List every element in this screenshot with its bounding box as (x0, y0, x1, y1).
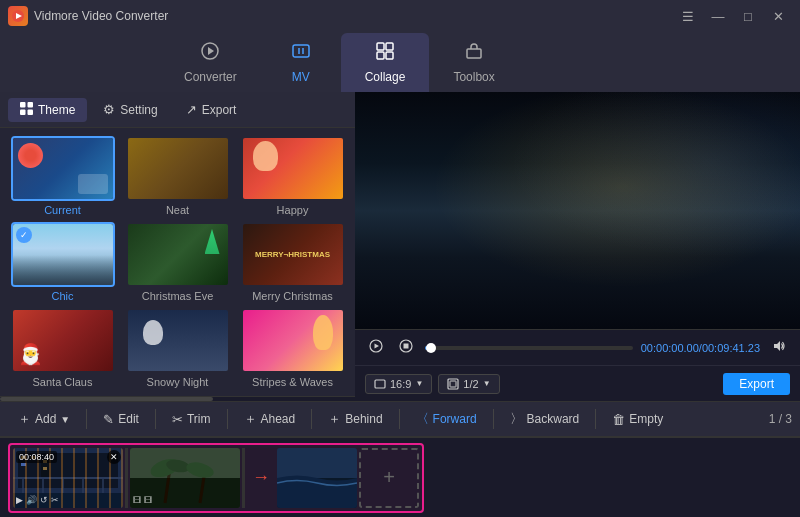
trim-button[interactable]: ✂ Trim (162, 408, 221, 431)
content-area: Theme ⚙ Setting ↗ Export Current (0, 92, 800, 401)
tab-collage-label: Collage (365, 70, 406, 84)
theme-item-merry-christmas[interactable]: Merry Christmas (238, 222, 347, 302)
scale-value: 1/2 (463, 378, 478, 390)
ahead-button[interactable]: ＋ Ahead (234, 406, 306, 432)
timeline: 00:08:40 ✕ ▶ 🔊 ↺ ✂ (0, 437, 800, 517)
svg-marker-79 (774, 341, 780, 351)
preview-bg (355, 92, 800, 329)
ahead-icon: ＋ (244, 410, 257, 428)
close-btn[interactable]: ✕ (764, 4, 792, 28)
titlebar-controls: ☰ — □ ✕ (674, 4, 792, 28)
sub-tab-setting[interactable]: ⚙ Setting (91, 98, 169, 121)
behind-button[interactable]: ＋ Behind (318, 406, 392, 432)
theme-label-current: Current (44, 204, 81, 216)
arrow-indicator: → (252, 467, 270, 488)
edit-icon: ✎ (103, 412, 114, 427)
left-panel: Theme ⚙ Setting ↗ Export Current (0, 92, 355, 401)
theme-item-snowy[interactable]: Snowy Night (123, 308, 232, 388)
svg-rect-13 (28, 102, 34, 108)
sub-tab-export-label: Export (202, 103, 237, 117)
sub-tab-export[interactable]: ↗ Export (174, 98, 249, 121)
theme-label-chic: Chic (51, 290, 73, 302)
collage-icon (375, 41, 395, 66)
clip-divider-1 (125, 448, 128, 508)
clip-item-2[interactable]: 🎞 🎞 (130, 448, 240, 508)
toolbar: ＋ Add ▼ ✎ Edit ✂ Trim ＋ Ahead ＋ Behind 〈… (0, 401, 800, 437)
theme-thumb-stripes (241, 308, 345, 373)
theme-item-neat[interactable]: Neat (123, 136, 232, 216)
tab-mv[interactable]: MV (261, 33, 341, 92)
separator-1 (86, 409, 87, 429)
theme-item-santa[interactable]: Santa Claus (8, 308, 117, 388)
stop-btn[interactable] (395, 337, 417, 358)
clip-item-3[interactable] (277, 448, 357, 508)
theme-label-merry-christmas: Merry Christmas (252, 290, 333, 302)
play-btn[interactable] (365, 337, 387, 358)
tab-mv-label: MV (292, 70, 310, 84)
clip-3-svg (277, 448, 357, 508)
theme-grid: Current Neat Happy (0, 128, 355, 396)
theme-thumb-current (11, 136, 115, 201)
theme-item-stripes[interactable]: Stripes & Waves (238, 308, 347, 388)
svg-rect-11 (467, 49, 481, 58)
add-button[interactable]: ＋ Add ▼ (8, 406, 80, 432)
separator-2 (155, 409, 156, 429)
forward-button[interactable]: 〈 Forward (406, 406, 487, 432)
scale-selector[interactable]: 1/2 ▼ (438, 374, 499, 394)
maximize-btn[interactable]: □ (734, 4, 762, 28)
chic-check-badge: ✓ (16, 227, 32, 243)
svg-rect-106 (130, 448, 240, 478)
backward-button[interactable]: 〉 Backward (500, 406, 590, 432)
trim-icon: ✂ (172, 412, 183, 427)
toolbar-right: 1 / 3 (769, 412, 792, 426)
edit-button[interactable]: ✎ Edit (93, 408, 149, 431)
tab-toolbox[interactable]: Toolbox (429, 33, 518, 92)
preview-area (355, 92, 800, 329)
clip-1-close[interactable]: ✕ (107, 450, 121, 464)
svg-rect-10 (386, 52, 393, 59)
sub-tab-theme-label: Theme (38, 103, 75, 117)
theme-item-happy[interactable]: Happy (238, 136, 347, 216)
theme-label-santa: Santa Claus (33, 376, 93, 388)
clip-play-icon: ▶ (16, 495, 23, 505)
export-button[interactable]: Export (723, 373, 790, 395)
theme-item-current[interactable]: Current (8, 136, 117, 216)
theme-item-chic[interactable]: ✓ Chic (8, 222, 117, 302)
empty-button[interactable]: 🗑 Empty (602, 408, 673, 431)
app-window: Vidmore Video Converter ☰ — □ ✕ Converte… (0, 0, 800, 517)
setting-icon: ⚙ (103, 102, 115, 117)
tab-collage[interactable]: Collage (341, 33, 430, 92)
mv-icon (291, 41, 311, 66)
theme-thumb-happy (241, 136, 345, 201)
theme-thumb-santa (11, 308, 115, 373)
clip-1-tools: ▶ 🔊 ↺ ✂ (16, 495, 59, 505)
svg-rect-7 (377, 43, 384, 50)
theme-label-happy: Happy (277, 204, 309, 216)
separator-7 (595, 409, 596, 429)
progress-bar[interactable] (425, 346, 633, 350)
add-clip-button[interactable]: + (359, 448, 419, 508)
volume-btn[interactable] (768, 337, 790, 358)
sub-tab-theme[interactable]: Theme (8, 98, 87, 122)
converter-icon (200, 41, 220, 66)
ratio-selector[interactable]: 16:9 ▼ (365, 374, 432, 394)
theme-thumb-snowy (126, 308, 230, 373)
clip-item-1[interactable]: 00:08:40 ✕ ▶ 🔊 ↺ ✂ (13, 448, 123, 508)
theme-item-christmas-eve[interactable]: Christmas Eve (123, 222, 232, 302)
separator-5 (399, 409, 400, 429)
svg-rect-78 (404, 344, 409, 349)
theme-label-snowy: Snowy Night (147, 376, 209, 388)
tab-converter[interactable]: Converter (160, 33, 261, 92)
tab-toolbox-label: Toolbox (453, 70, 494, 84)
clip-2-tools: 🎞 🎞 (133, 496, 152, 505)
svg-rect-90 (43, 467, 47, 470)
theme-thumb-christmas-eve (126, 222, 230, 287)
scale-dropdown-icon: ▼ (483, 379, 491, 388)
nav-tabs: Converter MV Collage Toolbox (0, 32, 800, 92)
titlebar: Vidmore Video Converter ☰ — □ ✕ (0, 0, 800, 32)
svg-rect-14 (20, 109, 26, 115)
bottom-left: 16:9 ▼ 1/2 ▼ (365, 374, 500, 394)
minimize-btn[interactable]: — (704, 4, 732, 28)
city-bg (355, 92, 800, 329)
window-menu-btn[interactable]: ☰ (674, 4, 702, 28)
